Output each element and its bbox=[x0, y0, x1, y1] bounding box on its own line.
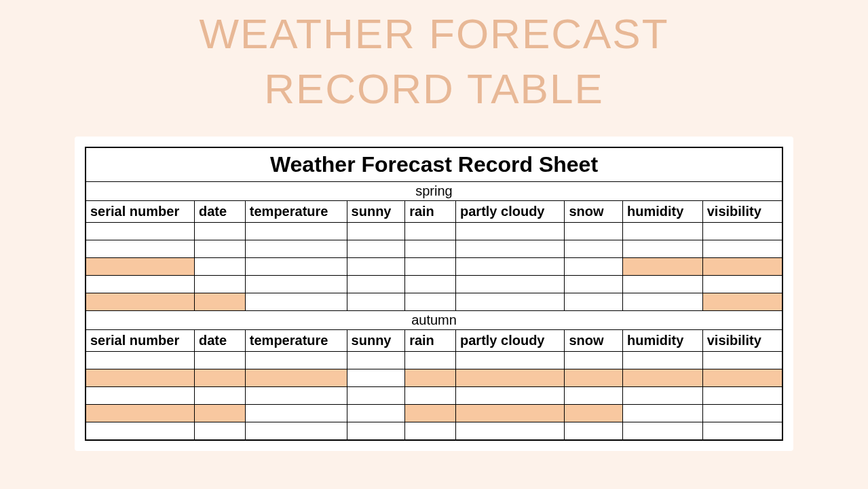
sheet-title: Weather Forecast Record Sheet bbox=[86, 147, 782, 182]
col-serial: serial number bbox=[86, 330, 194, 352]
page-title-line-2: RECORD TABLE bbox=[264, 65, 604, 112]
col-rain: rain bbox=[405, 201, 456, 223]
page-title-line-1: WEATHER FORECAST bbox=[199, 10, 668, 57]
table-row bbox=[86, 293, 782, 311]
table-row bbox=[86, 369, 782, 387]
col-temperature: temperature bbox=[245, 201, 347, 223]
header-row-spring: serial number date temperature sunny rai… bbox=[86, 201, 782, 223]
season-row-autumn: autumn bbox=[86, 311, 782, 330]
table-row bbox=[86, 405, 782, 422]
col-sunny: sunny bbox=[347, 330, 405, 352]
table-row bbox=[86, 240, 782, 258]
col-snow: snow bbox=[565, 330, 623, 352]
col-visibility: visibility bbox=[702, 201, 782, 223]
season-row-spring: spring bbox=[86, 182, 782, 201]
col-partly-cloudy: partly cloudy bbox=[456, 330, 565, 352]
col-snow: snow bbox=[565, 201, 623, 223]
col-rain: rain bbox=[405, 330, 456, 352]
season-label-autumn: autumn bbox=[86, 311, 782, 330]
col-date: date bbox=[194, 330, 245, 352]
sheet-container: Weather Forecast Record Sheet spring ser… bbox=[75, 137, 793, 451]
header-row-autumn: serial number date temperature sunny rai… bbox=[86, 330, 782, 352]
page-title: WEATHER FORECAST RECORD TABLE bbox=[0, 0, 868, 137]
col-serial: serial number bbox=[86, 201, 194, 223]
col-temperature: temperature bbox=[245, 330, 347, 352]
col-humidity: humidity bbox=[623, 330, 703, 352]
table-row bbox=[86, 223, 782, 240]
season-label-spring: spring bbox=[86, 182, 782, 201]
col-sunny: sunny bbox=[347, 201, 405, 223]
col-visibility: visibility bbox=[702, 330, 782, 352]
col-partly-cloudy: partly cloudy bbox=[456, 201, 565, 223]
table-row bbox=[86, 387, 782, 405]
sheet-title-row: Weather Forecast Record Sheet bbox=[86, 147, 782, 182]
table-row bbox=[86, 422, 782, 440]
table-row bbox=[86, 276, 782, 293]
table-row bbox=[86, 352, 782, 369]
table-row bbox=[86, 258, 782, 276]
col-date: date bbox=[194, 201, 245, 223]
weather-sheet-table: Weather Forecast Record Sheet spring ser… bbox=[85, 147, 783, 441]
col-humidity: humidity bbox=[623, 201, 703, 223]
